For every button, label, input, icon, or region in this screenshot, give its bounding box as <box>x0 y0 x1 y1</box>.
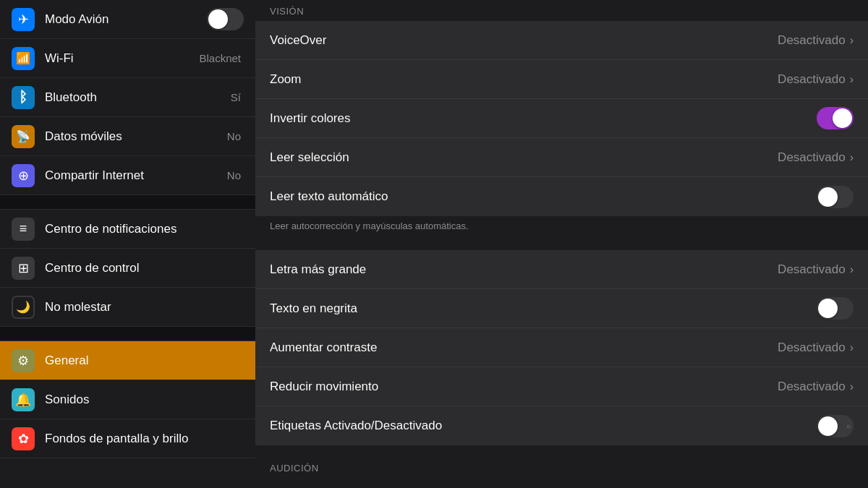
value-letra-grande: Desactivado <box>778 262 846 277</box>
toggle-knob-etiquetas <box>818 416 838 436</box>
sidebar-label-bluetooth: Bluetooth <box>45 90 231 105</box>
label-leer-texto-automatico: Leer texto automático <box>270 189 817 204</box>
sidebar-value-bluetooth: Sí <box>231 91 241 103</box>
sidebar-group-system: ≡ Centro de notificaciones ⊞ Centro de c… <box>0 210 255 327</box>
sidebar-item-wifi[interactable]: 📶 Wi-Fi Blacknet <box>0 39 255 78</box>
sidebar-item-no-molestar[interactable]: 🌙 No molestar <box>0 288 255 327</box>
centro-notificaciones-icon: ≡ <box>12 218 35 241</box>
label-etiquetas: Etiquetas Activado/Desactivado <box>270 419 817 433</box>
label-letra-grande: Letra más grande <box>270 262 778 277</box>
row-leer-seleccion[interactable]: Leer selección Desactivado › <box>255 138 868 177</box>
section-header-audicion: AUDICIÓN <box>255 457 868 478</box>
chevron-zoom: › <box>850 73 854 86</box>
texto-negrita-toggle[interactable] <box>817 297 854 320</box>
wifi-icon: 📶 <box>12 47 35 70</box>
section-gap-1 <box>255 239 868 250</box>
label-voiceover: VoiceOver <box>270 33 778 48</box>
compartir-internet-icon: ⊕ <box>12 164 35 187</box>
settings-group-vision-2: Letra más grande Desactivado › Texto en … <box>255 250 868 445</box>
row-texto-negrita[interactable]: Texto en negrita <box>255 289 868 328</box>
sidebar-item-datos-moviles[interactable]: 📡 Datos móviles No <box>0 117 255 156</box>
value-reducir-movimiento: Desactivado <box>778 380 846 394</box>
toggle-knob <box>208 9 228 29</box>
sidebar-item-general[interactable]: ⚙ General <box>0 341 255 380</box>
row-reducir-movimiento[interactable]: Reducir movimiento Desactivado › <box>255 367 868 406</box>
sidebar-value-datos-moviles: No <box>227 130 241 142</box>
chevron-reducir-movimiento: › <box>850 380 854 393</box>
sonidos-icon: 🔔 <box>12 388 35 411</box>
label-reducir-movimiento: Reducir movimiento <box>270 380 778 394</box>
sidebar-label-general: General <box>45 354 244 368</box>
row-zoom[interactable]: Zoom Desactivado › <box>255 60 868 99</box>
sidebar-item-sonidos[interactable]: 🔔 Sonidos <box>0 380 255 419</box>
sidebar-label-centro-control: Centro de control <box>45 261 244 275</box>
settings-group-vision-1: VoiceOver Desactivado › Zoom Desactivado… <box>255 21 868 216</box>
sidebar-item-centro-notificaciones[interactable]: ≡ Centro de notificaciones <box>0 210 255 249</box>
toggle-knob-negrita <box>818 299 838 318</box>
chevron-voiceover: › <box>850 34 854 47</box>
label-texto-negrita: Texto en negrita <box>270 301 817 316</box>
row-leer-texto-automatico[interactable]: Leer texto automático <box>255 177 868 216</box>
sidebar-divider-1 <box>0 195 255 210</box>
sidebar-label-sonidos: Sonidos <box>45 393 244 407</box>
sidebar-group-connectivity: ✈ Modo Avión 📶 Wi-Fi Blacknet ᛒ Bluetoot… <box>0 0 255 195</box>
label-invertir-colores: Invertir colores <box>270 111 817 126</box>
airplane-icon: ✈ <box>12 8 35 31</box>
datos-moviles-icon: 📡 <box>12 125 35 148</box>
sidebar-label-no-molestar: No molestar <box>45 300 244 314</box>
sidebar-value-compartir-internet: No <box>227 169 241 181</box>
chevron-letra-grande: › <box>850 263 854 276</box>
toggle-knob-leer-texto <box>818 187 838 207</box>
centro-control-icon: ⊞ <box>12 257 35 280</box>
chevron-leer-seleccion: › <box>850 151 854 164</box>
label-leer-seleccion: Leer selección <box>270 150 778 165</box>
bluetooth-icon: ᛒ <box>12 86 35 109</box>
sidebar-label-compartir-internet: Compartir Internet <box>45 168 227 183</box>
leer-nota: Leer autocorrección y mayúsculas automát… <box>255 216 868 239</box>
sidebar-item-modo-avion[interactable]: ✈ Modo Avión <box>0 0 255 39</box>
sidebar-item-bluetooth[interactable]: ᛒ Bluetooth Sí <box>0 78 255 117</box>
sidebar-label-datos-moviles: Datos móviles <box>45 129 227 144</box>
sidebar-label-fondos: Fondos de pantalla y brillo <box>45 432 244 446</box>
section-gap-2 <box>255 445 868 457</box>
leer-texto-toggle[interactable] <box>817 186 854 208</box>
sidebar-item-compartir-internet[interactable]: ⊕ Compartir Internet No <box>0 156 255 195</box>
sidebar-group-prefs: ⚙ General 🔔 Sonidos ✿ Fondos de pantalla… <box>0 341 255 458</box>
invertir-colores-toggle[interactable] <box>817 107 854 129</box>
label-zoom: Zoom <box>270 72 778 87</box>
value-voiceover: Desactivado <box>778 33 846 48</box>
sidebar: ✈ Modo Avión 📶 Wi-Fi Blacknet ᛒ Bluetoot… <box>0 0 255 488</box>
main-content: VISIÓN VoiceOver Desactivado › Zoom Desa… <box>255 0 868 488</box>
etiquetas-toggle[interactable]: ○ <box>817 415 854 437</box>
no-molestar-icon: 🌙 <box>12 296 35 319</box>
row-invertir-colores[interactable]: Invertir colores <box>255 99 868 138</box>
sidebar-label-wifi: Wi-Fi <box>45 51 199 66</box>
value-zoom: Desactivado <box>778 72 846 87</box>
row-letra-grande[interactable]: Letra más grande Desactivado › <box>255 250 868 289</box>
chevron-aumentar-contraste: › <box>850 341 854 354</box>
section-header-vision: VISIÓN <box>255 0 868 21</box>
sidebar-divider-2 <box>0 327 255 341</box>
fondos-icon: ✿ <box>12 427 35 450</box>
value-aumentar-contraste: Desactivado <box>778 341 846 355</box>
label-aumentar-contraste: Aumentar contraste <box>270 341 778 355</box>
sidebar-item-centro-control[interactable]: ⊞ Centro de control <box>0 249 255 288</box>
value-leer-seleccion: Desactivado <box>778 150 846 165</box>
sidebar-item-fondos[interactable]: ✿ Fondos de pantalla y brillo <box>0 419 255 458</box>
sidebar-label-modo-avion: Modo Avión <box>45 12 207 27</box>
row-etiquetas[interactable]: Etiquetas Activado/Desactivado ○ <box>255 406 868 445</box>
general-icon: ⚙ <box>12 349 35 372</box>
row-aumentar-contraste[interactable]: Aumentar contraste Desactivado › <box>255 328 868 367</box>
toggle-knob-invertir <box>833 108 852 128</box>
modo-avion-toggle[interactable] <box>207 8 244 30</box>
sidebar-label-centro-notificaciones: Centro de notificaciones <box>45 222 244 236</box>
sidebar-value-wifi: Blacknet <box>199 52 241 64</box>
row-voiceover[interactable]: VoiceOver Desactivado › <box>255 21 868 60</box>
